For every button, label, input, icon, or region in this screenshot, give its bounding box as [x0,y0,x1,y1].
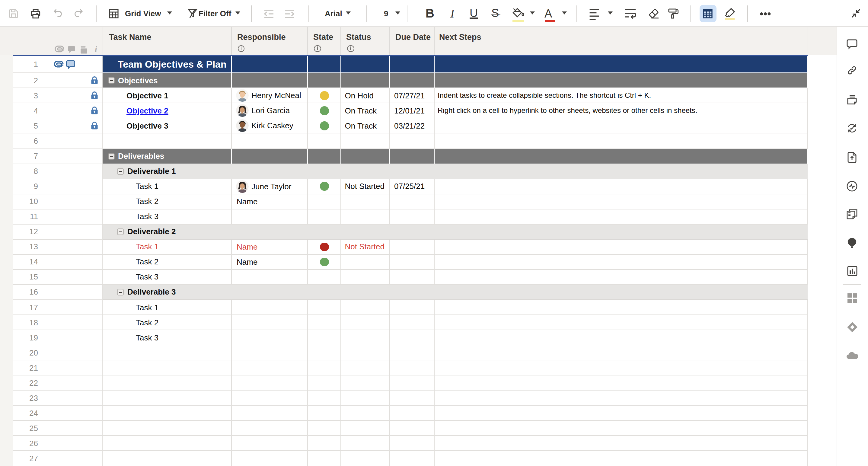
svg-text:i: i [94,45,97,53]
